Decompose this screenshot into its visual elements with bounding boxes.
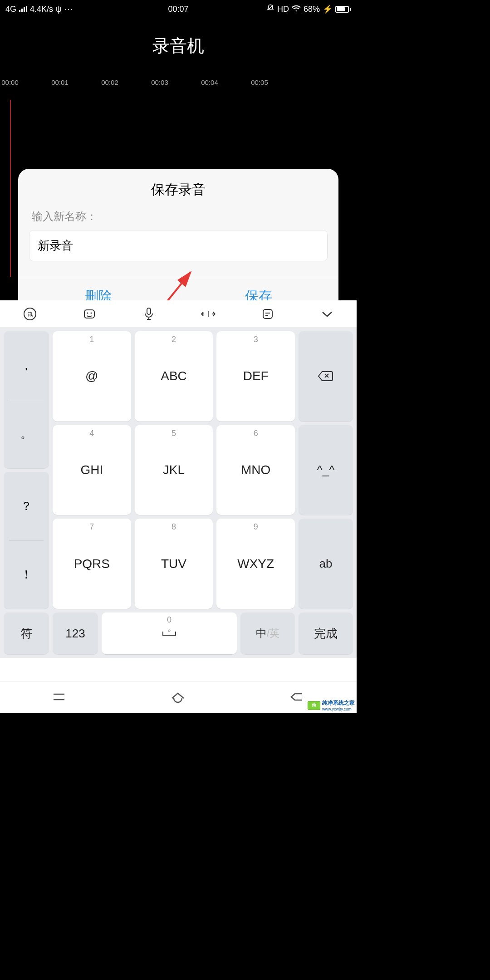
- wifi-icon: [292, 5, 301, 14]
- done-key[interactable]: 完成: [299, 612, 353, 654]
- svg-text:I: I: [207, 310, 209, 318]
- watermark: 纯 纯净系统之家 www.ycwjty.com: [308, 699, 355, 711]
- collapse-keyboard-icon[interactable]: [318, 305, 336, 323]
- timeline-tick: 00:05: [251, 78, 268, 86]
- keyboard-bottom-row: 符 123 0 中/英 完成: [0, 609, 357, 658]
- recording-name-input[interactable]: 新录音: [29, 230, 328, 261]
- battery-percent: 68%: [304, 5, 320, 14]
- dialog-title: 保存录音: [18, 181, 338, 209]
- svg-rect-6: [147, 308, 151, 314]
- timeline-tick: 00:02: [101, 78, 118, 86]
- question-key[interactable]: ？: [4, 472, 49, 540]
- microphone-icon[interactable]: [140, 305, 158, 323]
- key-3-def[interactable]: 3DEF: [216, 331, 295, 421]
- num123-key[interactable]: 123: [53, 612, 98, 654]
- dialog-label: 输入新名称：: [18, 209, 338, 230]
- back-button[interactable]: [289, 691, 305, 705]
- recent-apps-button[interactable]: [52, 691, 66, 704]
- watermark-url: www.ycwjty.com: [322, 707, 355, 711]
- svg-text:讯: 讯: [27, 312, 32, 317]
- ime-brand-icon[interactable]: 讯: [21, 305, 39, 323]
- home-button[interactable]: [170, 691, 186, 705]
- symbol-key[interactable]: 符: [4, 612, 49, 654]
- left-side-column: ， 。 ？ ！: [4, 331, 49, 609]
- signal-icon: [19, 6, 27, 12]
- svg-point-5: [90, 312, 92, 314]
- backspace-icon: [318, 370, 334, 382]
- key-7-pqrs[interactable]: 7PQRS: [53, 519, 131, 609]
- key-6-mno[interactable]: 6MNO: [216, 425, 295, 515]
- key-9-wxyz[interactable]: 9WXYZ: [216, 519, 295, 609]
- keyboard-switch-icon[interactable]: [80, 305, 98, 323]
- timeline-tick: 00:03: [151, 78, 168, 86]
- save-dialog: 保存录音 输入新名称： 新录音 删除 保存: [18, 169, 338, 317]
- keyboard: 讯 I ， 。 ？ ！: [0, 300, 357, 713]
- svg-point-11: [168, 630, 170, 632]
- status-time: 00:07: [168, 5, 188, 14]
- comma-key[interactable]: ，: [4, 331, 49, 400]
- page-title: 录音机: [0, 18, 357, 78]
- timeline-tick: 00:04: [201, 78, 218, 86]
- ab-key[interactable]: ab: [299, 519, 353, 609]
- watermark-name: 纯净系统之家: [322, 699, 355, 707]
- network-speed: 4.4K/s: [30, 5, 53, 14]
- key-4-ghi[interactable]: 4GHI: [53, 425, 131, 515]
- status-right: HD 68% ⚡: [266, 4, 351, 15]
- space-icon: [160, 628, 178, 639]
- backspace-key[interactable]: [299, 331, 353, 421]
- key-5-jkl[interactable]: 5JKL: [135, 425, 213, 515]
- hd-label: HD: [277, 5, 289, 14]
- cursor-move-icon[interactable]: I: [199, 305, 217, 323]
- keyboard-keys: ， 。 ？ ！ 1@ 2ABC 3DEF ^_^ ab 4GHI 5JKL 6M…: [0, 328, 357, 609]
- timeline-tick: 00:00: [1, 78, 19, 86]
- emoji-key[interactable]: ^_^: [299, 425, 353, 515]
- watermark-logo-icon: 纯: [308, 701, 320, 710]
- mute-icon: [266, 4, 274, 15]
- playhead[interactable]: [10, 100, 11, 277]
- language-key[interactable]: 中/英: [240, 612, 295, 654]
- keyboard-toolbar: 讯 I: [0, 300, 357, 328]
- key-8-tuv[interactable]: 8TUV: [135, 519, 213, 609]
- key-1-at[interactable]: 1@: [53, 331, 131, 421]
- space-key[interactable]: 0: [102, 612, 237, 654]
- timeline-tick: 00:01: [51, 78, 69, 86]
- right-side-column: ^_^ ab: [299, 331, 353, 609]
- charging-icon: ⚡: [323, 4, 333, 14]
- key-2-abc[interactable]: 2ABC: [135, 331, 213, 421]
- status-bar: 4G 4.4K/s ψ ⋯ 00:07 HD 68% ⚡: [0, 0, 357, 18]
- more-icon: ⋯: [64, 4, 74, 14]
- clipboard-icon[interactable]: [259, 305, 277, 323]
- exclaim-key[interactable]: ！: [4, 541, 49, 609]
- usb-icon: ψ: [56, 5, 62, 14]
- status-left: 4G 4.4K/s ψ ⋯: [5, 4, 74, 14]
- nav-bar: [0, 681, 357, 713]
- svg-point-4: [87, 312, 88, 314]
- network-type: 4G: [5, 5, 16, 14]
- battery-icon: [335, 6, 351, 13]
- svg-rect-8: [263, 309, 272, 318]
- period-key[interactable]: 。: [4, 400, 49, 469]
- timeline[interactable]: 00:00 00:01 00:02 00:03 00:04 00:05: [0, 78, 357, 91]
